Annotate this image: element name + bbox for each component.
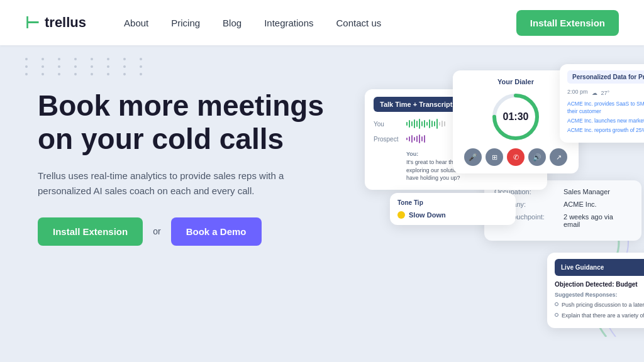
tone-tip-card: Tone Tip Slow Down [390, 193, 516, 225]
hero-title-line1: Book more meetings [38, 89, 324, 122]
timer-circle: 01:30 [491, 92, 541, 142]
objection-label: Objection Detected: Budget [555, 281, 644, 288]
mute-button[interactable]: 🎤 [464, 148, 482, 166]
hero-left: Book more meetings on your cold calls Tr… [38, 64, 352, 349]
nav-about[interactable]: About [124, 18, 148, 28]
weather-temp: 27° [601, 90, 610, 96]
nav-contact[interactable]: Contact us [336, 18, 382, 28]
install-extension-button-nav[interactable]: Install Extension [516, 10, 619, 36]
weather-icon: ☁ [592, 90, 597, 96]
suggestion-2: Explain that there are a variety of pric… [555, 312, 644, 320]
keypad-button[interactable]: ⊞ [486, 148, 503, 166]
suggestion-1-text: Push pricing discussion to a later time [562, 301, 644, 309]
nav-links: About Pricing Blog Integrations Contact … [124, 18, 516, 28]
hero-section: for(let i=0;i<24;i++) document.write('<d… [0, 45, 644, 362]
prospect-data-title: Personalized Data for Prospect [567, 70, 644, 84]
suggestion-2-dot [555, 313, 558, 317]
prospect-data-card: Personalized Data for Prospect 2:00 pm ☁… [560, 64, 644, 143]
or-separator: or [153, 226, 160, 236]
company-value: ACME Inc. [564, 200, 597, 208]
navbar: ⊢ trellus About Pricing Blog Integration… [0, 0, 644, 45]
hero-subtitle: Trellus uses real-time analytics to prov… [38, 168, 302, 199]
tone-tip-title: Tone Tip [397, 199, 508, 206]
logo-text: trellus [45, 14, 86, 31]
prospect-news-1[interactable]: ACME Inc. provides SaaS to SMB and re-ac… [567, 101, 644, 116]
install-extension-button[interactable]: Install Extension [38, 217, 143, 246]
nav-blog[interactable]: Blog [223, 18, 242, 28]
more-button[interactable]: ↗ [550, 148, 567, 166]
logo[interactable]: ⊢ trellus [25, 13, 86, 33]
guidance-header: Live Guidance ✳ [555, 259, 644, 276]
nav-integrations[interactable]: Integrations [264, 18, 313, 28]
hero-title-line2: on your cold calls [38, 123, 284, 155]
transcript-prospect-label: Prospect [374, 136, 402, 143]
guidance-title: Live Guidance [561, 264, 604, 271]
hero-right: Talk Time + Transcript You [352, 58, 619, 349]
touchpoint-value: 2 weeks ago via email [564, 213, 631, 228]
occupation-value: Sales Manager [564, 188, 610, 195]
hero-title: Book more meetings on your cold calls [38, 89, 352, 156]
suggestion-1-dot [555, 302, 558, 306]
hero-ctas: Install Extension or Book a Demo [38, 217, 352, 246]
tone-dot-icon [397, 211, 405, 219]
suggestion-1: Push pricing discussion to a later time [555, 301, 644, 309]
prospect-news-2[interactable]: ACME Inc. launches new marketing platfor… [567, 118, 644, 125]
timer-text: 01:30 [503, 111, 529, 123]
dialer-controls: 🎤 ⊞ ✆ 🔊 ↗ [460, 148, 571, 166]
prospect-time: 2:00 pm [567, 89, 588, 95]
waveform-prospect [406, 133, 425, 145]
suggestions-header: Suggested Responses: [555, 292, 644, 298]
suggestion-2-text: Explain that there are a variety of pric… [562, 312, 644, 320]
live-guidance-card: Live Guidance ✳ Objection Detected: Budg… [547, 253, 644, 328]
transcript-you-label: You [374, 121, 402, 128]
prospect-news-3[interactable]: ACME Inc. reports growth of 25% MoM → [567, 127, 644, 134]
hangup-button[interactable]: ✆ [507, 148, 525, 166]
dialer-title: Your Dialer [460, 78, 571, 85]
tone-tip-content: Slow Down [397, 211, 508, 219]
tone-suggestion: Slow Down [409, 211, 446, 219]
waveform-you [406, 118, 445, 129]
logo-icon: ⊢ [25, 13, 40, 33]
nav-pricing[interactable]: Pricing [171, 18, 200, 28]
speaker-button[interactable]: 🔊 [528, 148, 546, 166]
book-demo-button[interactable]: Book a Demo [171, 217, 262, 246]
